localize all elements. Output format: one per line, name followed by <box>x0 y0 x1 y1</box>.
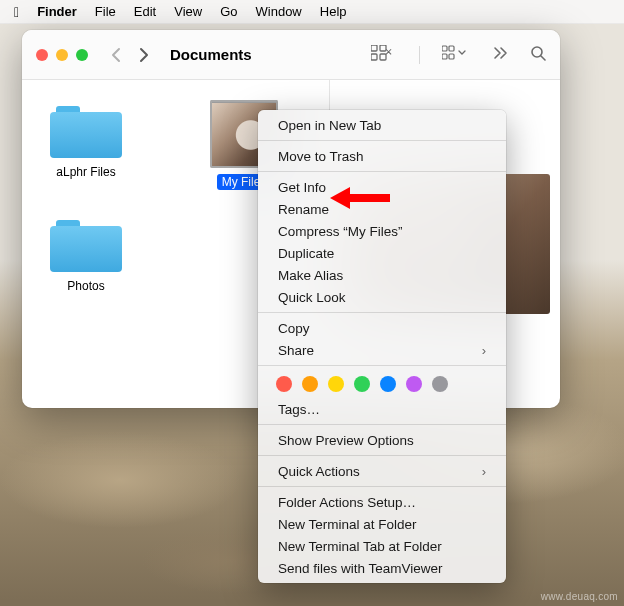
ctx-quick-actions[interactable]: Quick Actions› <box>258 460 506 482</box>
ctx-tag-colors <box>258 370 506 398</box>
chevron-right-icon: › <box>482 464 486 479</box>
menubar-window[interactable]: Window <box>256 4 302 19</box>
ctx-folder-actions-setup[interactable]: Folder Actions Setup… <box>258 491 506 513</box>
svg-rect-4 <box>442 46 447 51</box>
back-icon[interactable] <box>110 47 121 63</box>
menubar-help[interactable]: Help <box>320 4 347 19</box>
context-menu: Open in New Tab Move to Trash Get Info R… <box>258 110 506 583</box>
ctx-copy[interactable]: Copy <box>258 317 506 339</box>
tag-yellow[interactable] <box>328 376 344 392</box>
group-by-icon[interactable] <box>442 45 470 65</box>
ctx-share[interactable]: Share› <box>258 339 506 361</box>
ctx-separator <box>258 486 506 487</box>
svg-rect-1 <box>380 45 386 51</box>
menubar-view[interactable]: View <box>174 4 202 19</box>
svg-rect-3 <box>380 54 386 60</box>
tag-orange[interactable] <box>302 376 318 392</box>
item-label: Photos <box>62 278 109 294</box>
ctx-move-to-trash[interactable]: Move to Trash <box>258 145 506 167</box>
traffic-lights <box>36 49 88 61</box>
tag-green[interactable] <box>354 376 370 392</box>
maximize-button[interactable] <box>76 49 88 61</box>
item-label: aLphr Files <box>51 164 120 180</box>
search-icon[interactable] <box>530 45 546 65</box>
forward-icon[interactable] <box>139 47 150 63</box>
ctx-separator <box>258 424 506 425</box>
ctx-new-terminal-at-folder[interactable]: New Terminal at Folder <box>258 513 506 535</box>
menubar-edit[interactable]: Edit <box>134 4 156 19</box>
icon-view-icon[interactable] <box>371 45 397 65</box>
apple-menu-icon[interactable]:  <box>14 4 19 20</box>
svg-rect-5 <box>449 46 454 51</box>
svg-rect-0 <box>371 45 377 51</box>
ctx-separator <box>258 455 506 456</box>
close-button[interactable] <box>36 49 48 61</box>
window-title: Documents <box>170 46 359 63</box>
ctx-rename[interactable]: Rename <box>258 198 506 220</box>
svg-rect-7 <box>449 54 454 59</box>
nav-arrows <box>110 47 150 63</box>
ctx-show-preview-options[interactable]: Show Preview Options <box>258 429 506 451</box>
watermark: www.deuaq.com <box>541 591 618 602</box>
svg-line-9 <box>541 56 545 60</box>
ctx-compress[interactable]: Compress “My Files” <box>258 220 506 242</box>
menubar-file[interactable]: File <box>95 4 116 19</box>
ctx-open-new-tab[interactable]: Open in New Tab <box>258 114 506 136</box>
menubar-go[interactable]: Go <box>220 4 237 19</box>
folder-item[interactable]: Photos <box>36 214 136 294</box>
titlebar: Documents <box>22 30 560 80</box>
svg-rect-2 <box>371 54 377 60</box>
ctx-duplicate[interactable]: Duplicate <box>258 242 506 264</box>
ctx-send-files-teamviewer[interactable]: Send files with TeamViewer <box>258 557 506 579</box>
toolbar-separator <box>419 46 420 64</box>
menubar-app-name[interactable]: Finder <box>37 4 77 19</box>
ctx-separator <box>258 312 506 313</box>
ctx-new-terminal-tab-at-folder[interactable]: New Terminal Tab at Folder <box>258 535 506 557</box>
tag-gray[interactable] <box>432 376 448 392</box>
minimize-button[interactable] <box>56 49 68 61</box>
ctx-separator <box>258 365 506 366</box>
ctx-get-info[interactable]: Get Info <box>258 176 506 198</box>
tag-red[interactable] <box>276 376 292 392</box>
tag-blue[interactable] <box>380 376 396 392</box>
menubar:  Finder File Edit View Go Window Help <box>0 0 624 24</box>
ctx-make-alias[interactable]: Make Alias <box>258 264 506 286</box>
ctx-separator <box>258 171 506 172</box>
chevron-right-icon: › <box>482 343 486 358</box>
folder-item[interactable]: aLphr Files <box>36 100 136 190</box>
ctx-quick-look[interactable]: Quick Look <box>258 286 506 308</box>
tag-purple[interactable] <box>406 376 422 392</box>
toolbar-more-icon[interactable] <box>492 46 508 64</box>
folder-icon <box>50 100 122 158</box>
folder-icon <box>50 214 122 272</box>
svg-rect-6 <box>442 54 447 59</box>
ctx-separator <box>258 140 506 141</box>
ctx-tags[interactable]: Tags… <box>258 398 506 420</box>
